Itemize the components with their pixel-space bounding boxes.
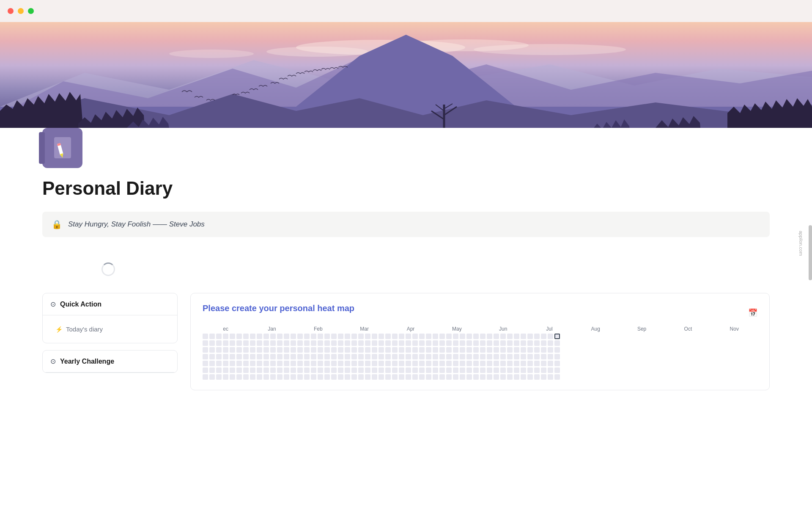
heatmap-cell[interactable] xyxy=(257,334,262,339)
heatmap-cell[interactable] xyxy=(385,334,391,339)
heatmap-cell[interactable] xyxy=(263,334,269,339)
heatmap-cell[interactable] xyxy=(406,340,411,346)
heatmap-cell[interactable] xyxy=(324,354,330,359)
heatmap-cell[interactable] xyxy=(345,354,350,359)
heatmap-cell[interactable] xyxy=(548,340,553,346)
heatmap-cell[interactable] xyxy=(351,361,357,366)
heatmap-cell[interactable] xyxy=(351,354,357,359)
heatmap-cell[interactable] xyxy=(473,374,479,380)
heatmap-cell[interactable] xyxy=(304,374,310,380)
heatmap-cell[interactable] xyxy=(460,367,465,373)
heatmap-cell[interactable] xyxy=(392,340,398,346)
heatmap-cell[interactable] xyxy=(534,374,540,380)
heatmap-cell[interactable] xyxy=(419,340,425,346)
heatmap-cell[interactable] xyxy=(345,367,350,373)
heatmap-cell[interactable] xyxy=(331,361,337,366)
scrollbar-track[interactable] xyxy=(808,22,812,276)
heatmap-cell[interactable] xyxy=(365,367,370,373)
heatmap-cell[interactable] xyxy=(345,340,350,346)
heatmap-cell[interactable] xyxy=(487,347,492,353)
heatmap-cell[interactable] xyxy=(548,367,553,373)
heatmap-cell[interactable] xyxy=(534,361,540,366)
heatmap-cell[interactable] xyxy=(548,347,553,353)
heatmap-cell[interactable] xyxy=(487,354,492,359)
heatmap-cell[interactable] xyxy=(304,361,310,366)
heatmap-cell[interactable] xyxy=(494,374,499,380)
heatmap-cell[interactable] xyxy=(291,347,296,353)
heatmap-cell[interactable] xyxy=(203,347,208,353)
heatmap-cell[interactable] xyxy=(426,361,431,366)
heatmap-cell[interactable] xyxy=(399,374,404,380)
heatmap-cell[interactable] xyxy=(203,367,208,373)
heatmap-cell[interactable] xyxy=(426,367,431,373)
heatmap-cell[interactable] xyxy=(216,334,222,339)
heatmap-cell[interactable] xyxy=(372,340,377,346)
heatmap-cell[interactable] xyxy=(500,374,506,380)
heatmap-cell[interactable] xyxy=(487,340,492,346)
heatmap-cell[interactable] xyxy=(446,361,452,366)
heatmap-cell[interactable] xyxy=(338,354,343,359)
heatmap-cell[interactable] xyxy=(541,347,546,353)
heatmap-cell[interactable] xyxy=(372,374,377,380)
heatmap-cell[interactable] xyxy=(263,374,269,380)
heatmap-cell[interactable] xyxy=(412,374,418,380)
heatmap-cell[interactable] xyxy=(406,354,411,359)
heatmap-cell[interactable] xyxy=(358,340,364,346)
heatmap-cell[interactable] xyxy=(243,340,249,346)
heatmap-cell[interactable] xyxy=(270,354,276,359)
heatmap-cell[interactable] xyxy=(521,347,526,353)
heatmap-cell[interactable] xyxy=(466,367,472,373)
heatmap-cell[interactable] xyxy=(324,361,330,366)
heatmap-cell[interactable] xyxy=(345,347,350,353)
heatmap-cell[interactable] xyxy=(379,374,384,380)
heatmap-cell[interactable] xyxy=(439,347,445,353)
heatmap-cell[interactable] xyxy=(439,354,445,359)
heatmap-cell[interactable] xyxy=(209,361,215,366)
heatmap-cell[interactable] xyxy=(507,334,513,339)
heatmap-cell[interactable] xyxy=(358,367,364,373)
heatmap-cell[interactable] xyxy=(270,367,276,373)
heatmap-cell[interactable] xyxy=(500,354,506,359)
heatmap-cell[interactable] xyxy=(412,354,418,359)
heatmap-cell[interactable] xyxy=(284,361,289,366)
heatmap-cell[interactable] xyxy=(304,334,310,339)
heatmap-cell[interactable] xyxy=(270,340,276,346)
heatmap-cell[interactable] xyxy=(270,361,276,366)
heatmap-cell[interactable] xyxy=(345,374,350,380)
heatmap-cell[interactable] xyxy=(480,367,486,373)
heatmap-cell[interactable] xyxy=(338,347,343,353)
heatmap-cell[interactable] xyxy=(419,334,425,339)
heatmap-cell[interactable] xyxy=(554,347,560,353)
heatmap-cell[interactable] xyxy=(297,361,303,366)
heatmap-cell[interactable] xyxy=(284,334,289,339)
heatmap-cell[interactable] xyxy=(223,347,228,353)
heatmap-cell[interactable] xyxy=(473,367,479,373)
heatmap-cell[interactable] xyxy=(311,354,316,359)
heatmap-cell[interactable] xyxy=(203,334,208,339)
heatmap-cell[interactable] xyxy=(554,374,560,380)
heatmap-cell[interactable] xyxy=(270,374,276,380)
heatmap-cell[interactable] xyxy=(446,347,452,353)
heatmap-cell[interactable] xyxy=(223,334,228,339)
heatmap-cell[interactable] xyxy=(480,374,486,380)
heatmap-cell[interactable] xyxy=(209,374,215,380)
heatmap-cell[interactable] xyxy=(365,361,370,366)
heatmap-cell[interactable] xyxy=(209,340,215,346)
heatmap-cell[interactable] xyxy=(236,367,242,373)
heatmap-cell[interactable] xyxy=(311,374,316,380)
heatmap-cell[interactable] xyxy=(466,334,472,339)
heatmap-cell[interactable] xyxy=(236,354,242,359)
heatmap-cell[interactable] xyxy=(263,347,269,353)
heatmap-cell[interactable] xyxy=(527,367,533,373)
heatmap-cell[interactable] xyxy=(311,334,316,339)
heatmap-cell[interactable] xyxy=(433,347,438,353)
heatmap-cell[interactable] xyxy=(291,374,296,380)
heatmap-cell[interactable] xyxy=(365,347,370,353)
heatmap-cell[interactable] xyxy=(372,361,377,366)
heatmap-cell[interactable] xyxy=(351,367,357,373)
heatmap-cell[interactable] xyxy=(514,367,519,373)
heatmap-cell[interactable] xyxy=(338,340,343,346)
heatmap-cell[interactable] xyxy=(236,334,242,339)
heatmap-cell[interactable] xyxy=(494,347,499,353)
heatmap-cell[interactable] xyxy=(291,354,296,359)
